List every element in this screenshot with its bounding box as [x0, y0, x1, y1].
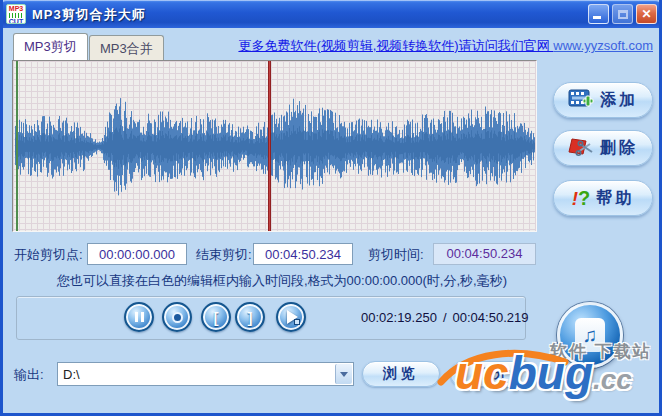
- cut-duration-label: 剪切时间:: [368, 246, 424, 264]
- delete-button[interactable]: 删除: [553, 130, 653, 166]
- tab-mp3-merge[interactable]: MP3合并: [89, 35, 164, 60]
- bracket-close-icon: ]: [248, 310, 253, 325]
- client-area: MP3剪切 MP3合并 更多免费软件(视频剪辑,视频转换软件)请访问我们官网 w…: [3, 28, 659, 413]
- browse-button[interactable]: 浏览: [362, 361, 440, 387]
- watermark-site-label: 软件 下载站: [550, 340, 652, 363]
- end-cut-label: 结束剪切:: [196, 246, 252, 264]
- total-time: 00:04:50.219: [453, 310, 529, 325]
- link-url[interactable]: www.yyzsoft.com: [553, 38, 653, 53]
- help-button-label: 帮助: [596, 188, 634, 209]
- selection-start-marker[interactable]: [16, 61, 18, 231]
- open-button[interactable]: 打开: [450, 361, 538, 387]
- waveform-panel[interactable]: [12, 60, 537, 232]
- official-site-link[interactable]: 更多免费软件(视频剪辑,视频转换软件)请访问我们官网 www.yyzsoft.c…: [238, 37, 653, 55]
- section-end-button[interactable]: ]: [235, 302, 265, 332]
- music-note-icon: ♫: [575, 318, 605, 352]
- section-start-button[interactable]: [: [201, 302, 231, 332]
- output-path-combobox[interactable]: D:\: [57, 362, 354, 386]
- delete-icon: [568, 136, 594, 160]
- time-display: 00:02:19.250/00:04:50.219: [361, 310, 528, 325]
- current-time: 00:02:19.250: [361, 310, 437, 325]
- minimize-button[interactable]: [588, 4, 609, 24]
- window-title: MP3剪切合并大师: [32, 6, 146, 24]
- help-button[interactable]: !? 帮助: [553, 180, 653, 216]
- close-button[interactable]: ✕: [636, 4, 657, 24]
- format-hint-text: 您也可以直接在白色的编辑框内输入时间段,格式为00:00:00.000(时,分,…: [57, 272, 507, 290]
- app-window: MP3 CUT MP3剪切合并大师 ✕ MP3剪切 MP3合并 更多免费软件(视…: [0, 0, 662, 416]
- minimize-icon: [593, 16, 601, 19]
- title-bar: MP3 CUT MP3剪切合并大师 ✕: [0, 0, 662, 28]
- help-icon: !?: [572, 187, 591, 210]
- pause-icon: [135, 312, 144, 322]
- delete-button-label: 删除: [600, 138, 638, 159]
- start-cut-label: 开始剪切点:: [14, 246, 83, 264]
- time-separator: /: [443, 310, 447, 325]
- tab-mp3-cut[interactable]: MP3剪切: [13, 33, 88, 60]
- stop-button[interactable]: [162, 302, 192, 332]
- add-media-icon: [568, 88, 594, 112]
- combobox-dropdown-button[interactable]: [335, 364, 352, 384]
- app-icon-text-top: MP3: [7, 6, 25, 12]
- add-button[interactable]: 添加: [553, 82, 653, 118]
- music-player-icon: ♫: [557, 302, 623, 368]
- pause-button[interactable]: [124, 302, 154, 332]
- cut-duration-value: 00:04:50.234: [433, 243, 536, 265]
- add-button-label: 添加: [600, 90, 638, 111]
- bracket-open-icon: [: [214, 310, 219, 325]
- app-icon-text-bottom: CUT: [7, 19, 25, 24]
- playhead-marker[interactable]: [268, 61, 271, 231]
- brand-cc: .cc: [593, 364, 632, 395]
- player-controls-group: [ ] 00:02:19.250/00:04:50.219: [16, 296, 526, 340]
- app-icon: MP3 CUT: [6, 4, 26, 24]
- end-cut-input[interactable]: [253, 243, 353, 265]
- output-path-value: D:\: [63, 367, 80, 382]
- link-text[interactable]: 更多免费软件(视频剪辑,视频转换软件)请访问我们官网: [238, 38, 553, 53]
- play-clip-icon: [294, 319, 300, 325]
- play-selection-button[interactable]: [276, 302, 306, 332]
- start-cut-input[interactable]: [87, 243, 187, 265]
- maximize-icon: [618, 10, 628, 19]
- chevron-down-icon: [340, 372, 348, 377]
- waveform: [13, 61, 536, 231]
- maximize-button: [612, 4, 633, 24]
- question-glyph: ?: [578, 187, 590, 209]
- stop-icon: [172, 312, 183, 323]
- output-label: 输出:: [14, 366, 44, 384]
